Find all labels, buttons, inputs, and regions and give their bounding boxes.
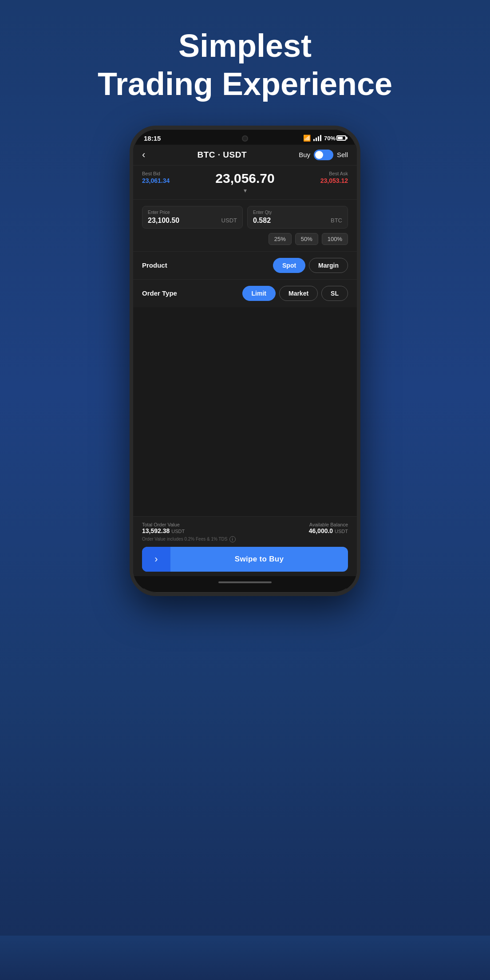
qty-percent-buttons: 25% 50% 100% <box>142 233 348 245</box>
price-section: Best Bid 23,061.34 23,056.70 ▾ Best Ask … <box>133 165 357 199</box>
input-row: Enter Price 23,100.50 USDT Enter Qty 0.5… <box>142 206 348 229</box>
best-ask-value: 23,053.12 <box>320 177 348 184</box>
trading-pair-title: BTC · USDT <box>197 150 247 160</box>
battery-icon <box>336 135 346 141</box>
best-ask-label: Best Ask <box>320 171 348 176</box>
spot-button[interactable]: Spot <box>273 258 305 273</box>
available-label: Available Balance <box>309 522 348 527</box>
home-indicator <box>133 576 357 589</box>
nav-bar: ‹ BTC · USDT Buy Sell <box>133 145 357 165</box>
phone-screen: ‹ BTC · USDT Buy Sell Best Bid 23,061.34 <box>133 145 357 589</box>
product-section: Product Spot Margin <box>133 251 357 279</box>
footer-values-row: Total Order Value 13,592.38 USDT Availab… <box>142 522 348 534</box>
total-order-block: Total Order Value 13,592.38 USDT <box>142 522 185 534</box>
bottom-gradient <box>0 936 490 980</box>
price-input-value: 23,100.50 <box>148 217 179 225</box>
price-chevron-icon: ▾ <box>215 187 274 194</box>
toggle-thumb <box>315 151 323 159</box>
product-row: Product Spot Margin <box>142 258 348 273</box>
total-order-label: Total Order Value <box>142 522 185 527</box>
qty-input-label: Enter Qty <box>253 210 342 215</box>
qty-50-button[interactable]: 50% <box>295 233 318 245</box>
swipe-arrow-icon: › <box>142 547 170 572</box>
price-row: Best Bid 23,061.34 23,056.70 ▾ Best Ask … <box>142 171 348 194</box>
qty-25-button[interactable]: 25% <box>269 233 292 245</box>
product-options: Spot Margin <box>273 258 348 273</box>
best-bid-value: 23,061.34 <box>142 177 170 184</box>
battery-percent: 70% <box>324 135 336 142</box>
page-title-line1: Simplest <box>0 27 490 65</box>
best-bid-section: Best Bid 23,061.34 <box>142 171 170 184</box>
phone-power-btn <box>359 240 360 271</box>
empty-content-area <box>133 307 357 516</box>
order-type-row: Order Type Limit Market SL <box>142 286 348 301</box>
buy-sell-toggle[interactable]: Buy Sell <box>299 150 348 160</box>
toggle-switch[interactable] <box>314 150 333 160</box>
qty-input-value-row: 0.582 BTC <box>253 217 342 225</box>
swipe-label: Swipe to Buy <box>170 555 348 564</box>
order-type-options: Limit Market SL <box>242 286 348 301</box>
back-button[interactable]: ‹ <box>142 149 145 161</box>
status-time: 18:15 <box>144 134 161 142</box>
available-value: 46,000.0 USDT <box>309 527 348 534</box>
main-price: 23,056.70 <box>215 171 274 186</box>
margin-button[interactable]: Margin <box>309 258 348 273</box>
phone-body: 18:15 📶 70% ‹ BTC · USDT <box>130 126 360 596</box>
price-input-label: Enter Price <box>148 210 237 215</box>
market-button[interactable]: Market <box>279 286 318 301</box>
product-label: Product <box>142 261 167 269</box>
page-title-line2: Trading Experience <box>0 65 490 103</box>
info-icon[interactable]: i <box>229 536 236 542</box>
phone-vol-up-btn <box>130 222 131 247</box>
home-bar <box>218 581 272 583</box>
sl-button[interactable]: SL <box>321 286 348 301</box>
order-type-label: Order Type <box>142 289 177 297</box>
best-ask-section: Best Ask 23,053.12 <box>320 171 348 184</box>
battery-indicator: 70% <box>324 135 346 142</box>
sell-label: Sell <box>337 151 348 158</box>
order-type-section: Order Type Limit Market SL <box>133 279 357 307</box>
phone-mockup: 18:15 📶 70% ‹ BTC · USDT <box>0 126 490 596</box>
page-header: Simplest Trading Experience <box>0 0 490 126</box>
wifi-icon: 📶 <box>303 134 311 142</box>
qty-input-group[interactable]: Enter Qty 0.582 BTC <box>247 206 348 229</box>
status-icons: 📶 70% <box>303 134 346 142</box>
limit-button[interactable]: Limit <box>242 286 276 301</box>
best-bid-label: Best Bid <box>142 171 170 176</box>
price-input-value-row: 23,100.50 USDT <box>148 217 237 225</box>
buy-label: Buy <box>299 151 310 158</box>
qty-input-value: 0.582 <box>253 217 271 225</box>
phone-camera <box>242 135 248 142</box>
main-price-block: 23,056.70 ▾ <box>215 171 274 194</box>
price-currency: USDT <box>221 217 237 224</box>
phone-silent-btn <box>130 196 131 213</box>
battery-fill <box>338 137 343 139</box>
phone-vol-down-btn <box>130 253 131 278</box>
qty-100-button[interactable]: 100% <box>322 233 348 245</box>
footer-note: Order Value includes 0.2% Fees & 1% TDS … <box>142 536 348 542</box>
footer-section: Total Order Value 13,592.38 USDT Availab… <box>133 516 357 576</box>
total-order-value: 13,592.38 USDT <box>142 527 185 534</box>
available-balance-block: Available Balance 46,000.0 USDT <box>309 522 348 534</box>
signal-icon <box>313 135 321 141</box>
input-section: Enter Price 23,100.50 USDT Enter Qty 0.5… <box>133 199 357 251</box>
price-input-group[interactable]: Enter Price 23,100.50 USDT <box>142 206 243 229</box>
swipe-to-buy-button[interactable]: › Swipe to Buy <box>142 547 348 572</box>
qty-currency: BTC <box>331 217 342 224</box>
